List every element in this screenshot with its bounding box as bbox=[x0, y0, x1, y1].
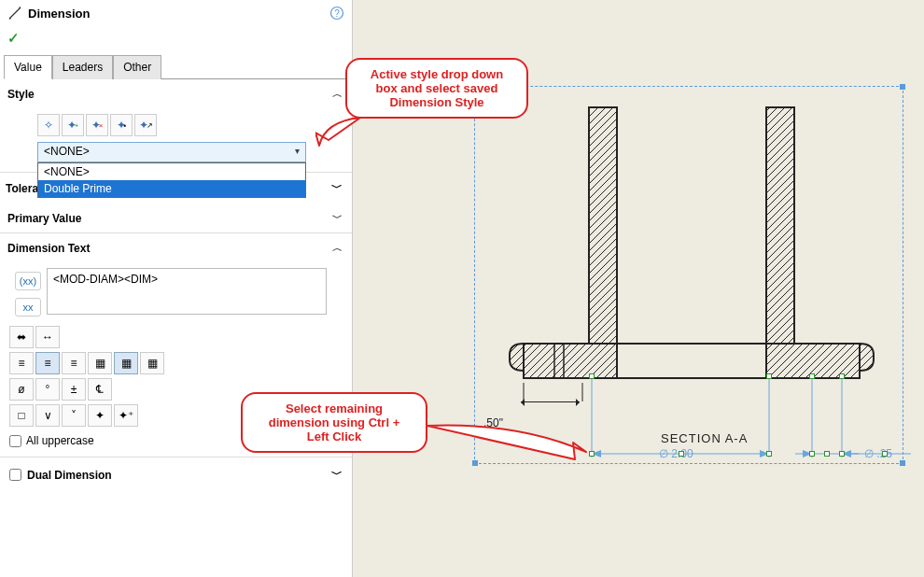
callout-line: Select remaining bbox=[256, 401, 413, 415]
style-header-label: Style bbox=[7, 88, 35, 101]
btn-centerline[interactable]: ℄ bbox=[88, 378, 112, 401]
style-tool-1[interactable]: ✧ bbox=[37, 114, 60, 136]
dim-value-200[interactable]: ∅ 2.00 bbox=[659, 447, 693, 460]
selection-handle[interactable] bbox=[766, 451, 772, 457]
btn-plusminus[interactable]: ± bbox=[62, 378, 86, 401]
accept-row: ✓ bbox=[0, 26, 352, 54]
btn-align-left[interactable]: ≡ bbox=[9, 352, 34, 374]
btn-square[interactable]: □ bbox=[9, 404, 34, 427]
btn-align-center[interactable]: ≡ bbox=[35, 352, 60, 374]
style-dropdown[interactable]: <NONE> <NONE> Double Prime bbox=[37, 142, 306, 162]
selection-handle[interactable] bbox=[679, 451, 684, 457]
chevron-down-icon: ﹀ bbox=[331, 180, 343, 196]
callout-style-tip: Active style drop down box and select sa… bbox=[345, 58, 528, 119]
style-option-double-prime[interactable]: Double Prime bbox=[38, 180, 305, 197]
tab-value[interactable]: Value bbox=[4, 55, 52, 79]
btn-star-plus[interactable]: ✦⁺ bbox=[114, 404, 138, 427]
btn-grid-1[interactable]: ▦ bbox=[88, 352, 112, 374]
dimension-text-label: Dimension Text bbox=[7, 242, 90, 255]
accept-button[interactable]: ✓ bbox=[7, 30, 20, 46]
svg-text:?: ? bbox=[334, 8, 340, 19]
style-toolbar: ✧ ✦+ ✦× ✦▪ ✦↗ bbox=[37, 114, 341, 136]
btn-grid-2[interactable]: ▦ bbox=[114, 352, 138, 374]
dim-value-25[interactable]: ∅ .25 bbox=[864, 447, 892, 460]
style-dropdown-field[interactable]: <NONE> bbox=[37, 142, 306, 162]
tolerance-label: Tolera bbox=[6, 182, 38, 195]
selection-handle[interactable] bbox=[839, 373, 845, 379]
selection-handle[interactable] bbox=[589, 373, 595, 379]
dim-line-50 bbox=[521, 401, 580, 402]
callout-line: Left Click bbox=[256, 429, 413, 443]
selection-handle[interactable] bbox=[809, 451, 815, 457]
btn-star[interactable]: ✦ bbox=[88, 404, 112, 427]
callout-line: Active style drop down bbox=[360, 67, 513, 81]
box-xx-button[interactable]: xx bbox=[15, 298, 41, 317]
dim-row-1: ⬌ ↔ bbox=[0, 326, 352, 352]
btn-hv-2[interactable]: ↔ bbox=[35, 326, 60, 348]
primary-value-header[interactable]: Primary Value ﹀ bbox=[0, 204, 352, 232]
callout-select-tip: Select remaining dimension using Ctrl + … bbox=[241, 392, 427, 453]
dimension-text-area[interactable]: <MOD-DIAM><DIM> bbox=[47, 268, 327, 315]
selection-handle[interactable] bbox=[882, 451, 888, 457]
btn-diameter[interactable]: ø bbox=[9, 378, 34, 401]
callout-line: box and select saved bbox=[360, 81, 513, 95]
section-drawing bbox=[491, 103, 892, 401]
tab-other[interactable]: Other bbox=[113, 55, 161, 79]
panel-title: Dimension bbox=[28, 7, 329, 21]
tab-leaders[interactable]: Leaders bbox=[52, 55, 113, 79]
style-section-header[interactable]: Style ︿ bbox=[0, 79, 352, 108]
style-tool-4[interactable]: ✦▪ bbox=[110, 114, 133, 136]
style-tool-3[interactable]: ✦× bbox=[86, 114, 108, 136]
style-dropdown-list: <NONE> Double Prime bbox=[37, 162, 306, 198]
btn-hv-1[interactable]: ⬌ bbox=[9, 326, 34, 348]
dual-dimension-checkbox[interactable] bbox=[9, 469, 21, 481]
dimension-icon bbox=[7, 6, 22, 21]
callout-arrow bbox=[426, 420, 594, 467]
dual-dimension-label: Dual Dimension bbox=[27, 469, 112, 482]
selection-handle[interactable] bbox=[824, 451, 830, 457]
dimension-text-header[interactable]: Dimension Text ︿ bbox=[0, 233, 352, 262]
btn-down[interactable]: ∨ bbox=[35, 404, 60, 427]
dual-dimension-section[interactable]: Dual Dimension ﹀ bbox=[0, 457, 352, 492]
dim-row-align: ≡ ≡ ≡ ▦ ▦ ▦ bbox=[0, 352, 352, 378]
primary-value-label: Primary Value bbox=[7, 212, 81, 225]
paren-xx-button[interactable]: (xx) bbox=[15, 272, 41, 290]
primary-value-section: Primary Value ﹀ bbox=[0, 204, 352, 233]
selection-handle[interactable] bbox=[809, 373, 815, 379]
all-uppercase-label: All uppercase bbox=[26, 434, 94, 447]
callout-line: dimension using Ctrl + bbox=[256, 415, 413, 429]
drawing-viewport[interactable]: .50" SECTION A-A ∅ 2.00 ∅ .25 Active sty… bbox=[353, 0, 924, 577]
style-tool-2[interactable]: ✦+ bbox=[62, 114, 84, 136]
style-tool-5[interactable]: ✦↗ bbox=[134, 114, 157, 136]
callout-line: Dimension Style bbox=[360, 95, 513, 109]
btn-grid-3[interactable]: ▦ bbox=[140, 352, 164, 374]
chevron-down-icon: ﹀ bbox=[332, 211, 343, 225]
property-panel: Dimension ? ✓ Value Leaders Other Style … bbox=[0, 0, 353, 577]
btn-up[interactable]: ˅ bbox=[62, 404, 86, 427]
help-icon[interactable]: ? bbox=[329, 6, 344, 21]
chevron-down-icon: ﹀ bbox=[331, 467, 343, 483]
panel-header: Dimension ? bbox=[0, 0, 352, 26]
all-uppercase-checkbox[interactable] bbox=[9, 435, 21, 447]
btn-degree[interactable]: ° bbox=[35, 378, 60, 401]
chevron-up-icon: ︿ bbox=[332, 241, 343, 255]
btn-align-right[interactable]: ≡ bbox=[62, 352, 86, 374]
chevron-up-icon: ︿ bbox=[332, 87, 343, 101]
tabs: Value Leaders Other bbox=[4, 54, 348, 79]
selection-handle[interactable] bbox=[766, 373, 772, 379]
selection-handle[interactable] bbox=[839, 451, 845, 457]
style-option-none[interactable]: <NONE> bbox=[38, 163, 305, 180]
style-section: Style ︿ ✧ ✦+ ✦× ✦▪ ✦↗ <NONE> <NONE> Doub… bbox=[0, 79, 352, 173]
